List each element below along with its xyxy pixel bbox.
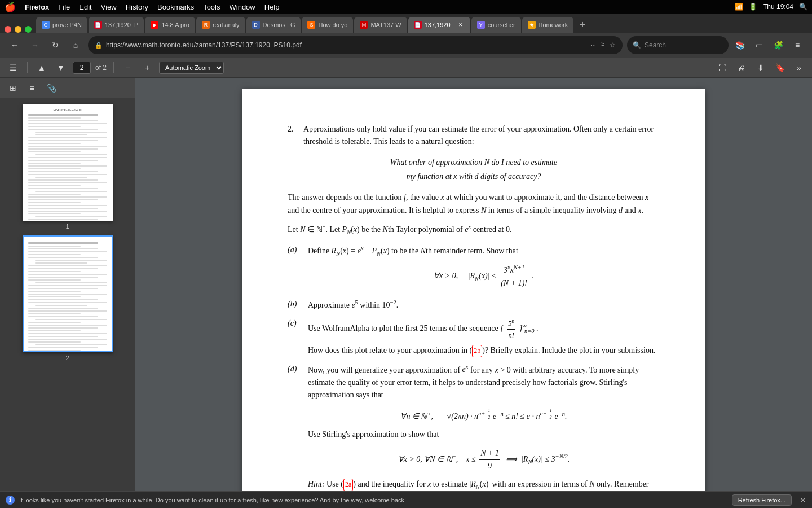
tab-8-active[interactable]: 📄 137,1920_ ✕ <box>408 17 470 33</box>
pdf-page: 2. Approximations only hold value if you… <box>242 89 705 491</box>
thumbnail-label-1: 1 <box>65 223 69 230</box>
menu-icon[interactable]: ≡ <box>789 37 805 53</box>
refresh-firefox-button[interactable]: Refresh Firefox... <box>732 494 792 506</box>
ellipsis-icon[interactable]: ··· <box>590 41 596 49</box>
tab-10[interactable]: ★ Homework <box>522 17 574 33</box>
menu-bookmarks[interactable]: Bookmarks <box>157 3 194 11</box>
tab-favicon-6: S <box>307 21 315 29</box>
back-button[interactable]: ← <box>7 37 23 53</box>
menu-help[interactable]: Help <box>264 3 280 11</box>
part-b-content: Approximate e5 within 10−2. <box>308 298 660 312</box>
ref-2a: 2a <box>343 479 353 491</box>
tab-label-4: real analy <box>213 21 240 28</box>
nav-right-icons: 🔍 Search 📚 ▭ 🧩 ≡ <box>627 36 805 54</box>
tab-label-9: courseher <box>488 21 515 28</box>
thumbnail-image-1: MAT137 Problem Set 10 <box>23 104 113 221</box>
menu-history[interactable]: History <box>126 3 148 11</box>
pdf-toolbar: ☰ ▲ ▼ of 2 − + Automatic Zoom 50% 75% 10… <box>0 58 812 78</box>
tab-favicon-10: ★ <box>528 21 536 29</box>
reload-button[interactable]: ↻ <box>47 37 63 53</box>
extensions-icon[interactable]: 🧩 <box>770 37 786 53</box>
part-d-content: Now, you will generalize your approximat… <box>308 363 660 491</box>
search-icon[interactable]: 🔍 <box>799 3 807 11</box>
forward-button[interactable]: → <box>27 37 43 53</box>
page-total: of 2 <box>95 64 107 72</box>
tab-bar: G prove P4N 📄 137,1920_P ▶ 14.8 A pro R … <box>0 14 812 33</box>
new-tab-button[interactable]: + <box>575 17 590 33</box>
more-tools-button[interactable]: » <box>792 60 806 75</box>
minimize-window-button[interactable] <box>15 26 21 33</box>
tab-label-6: How do yo <box>318 21 347 28</box>
fullscreen-button[interactable]: ⛶ <box>715 60 730 75</box>
tab-2[interactable]: 📄 137,1920_P <box>89 17 144 33</box>
print-button[interactable]: 🖨 <box>734 60 749 75</box>
tab-5[interactable]: D Desmos | G <box>246 17 301 33</box>
tab-favicon-7: M <box>360 21 368 29</box>
part-b-label: (b) <box>288 298 301 312</box>
menu-view[interactable]: View <box>101 3 117 11</box>
problem-2-section: 2. Approximations only hold value if you… <box>288 123 660 491</box>
problem-2-num: 2. <box>288 123 298 148</box>
maximize-window-button[interactable] <box>25 26 32 33</box>
part-c-content: Use WolframAlpha to plot the first 25 te… <box>308 317 660 357</box>
apple-menu[interactable]: 🍎 <box>5 2 16 12</box>
menu-edit[interactable]: Edit <box>79 3 91 11</box>
menu-window[interactable]: Window <box>230 3 255 11</box>
tab-favicon-5: D <box>252 21 260 29</box>
let-statement: Let N ∈ ℕ+. Let PN(x) be the Nth Taylor … <box>288 222 660 237</box>
tab-label-1: prove P4N <box>52 21 82 28</box>
close-window-button[interactable] <box>5 26 11 33</box>
tab-3[interactable]: ▶ 14.8 A pro <box>145 17 195 33</box>
search-box[interactable]: 🔍 Search <box>627 36 729 54</box>
part-b: (b) Approximate e5 within 10−2. <box>288 298 660 312</box>
part-a: (a) Define RN(x) = ex − PN(x) to be the … <box>288 244 660 292</box>
close-notification-button[interactable]: ✕ <box>800 496 806 505</box>
tab-9[interactable]: Y courseher <box>471 17 521 33</box>
thumbnail-page-2[interactable]: 2 <box>23 235 113 361</box>
tab-favicon-2: 📄 <box>94 21 102 29</box>
star-icon[interactable]: ☆ <box>610 41 616 49</box>
thumbnail-page-1[interactable]: MAT137 Problem Set 10 <box>23 104 113 230</box>
tab-6[interactable]: S How do yo <box>302 17 353 33</box>
zoom-in-button[interactable]: + <box>140 60 155 75</box>
library-icon[interactable]: 📚 <box>732 37 748 53</box>
toggle-sidebar-button[interactable]: ☰ <box>6 60 20 75</box>
download-button[interactable]: ⬇ <box>753 60 768 75</box>
tab-close-8[interactable]: ✕ <box>457 21 465 29</box>
url-bar[interactable]: 🔒 https://www.math.toronto.edu/zaman/137… <box>88 36 623 54</box>
sidebar-toggle-icon[interactable]: ▭ <box>751 37 767 53</box>
pdf-content-area[interactable]: 2. Approximations only hold value if you… <box>135 78 812 491</box>
tab-label-5: Desmos | G <box>263 21 295 28</box>
next-page-button[interactable]: ▼ <box>54 60 68 75</box>
tab-1[interactable]: G prove P4N <box>36 17 87 33</box>
part-c: (c) Use WolframAlpha to plot the first 2… <box>288 317 660 357</box>
part-d-label: (d) <box>288 363 301 491</box>
stirling-formula: ∀n ∈ ℕ+, √(2πn) · nn+12e−n ≤ n! ≤ e · nn… <box>308 408 660 423</box>
thumbnail-label-2: 2 <box>65 354 69 361</box>
home-button[interactable]: ⌂ <box>68 37 83 53</box>
clock: Thu 19:04 <box>763 3 793 11</box>
notification-icon: ℹ <box>6 496 15 505</box>
thumbnail-image-2 <box>23 235 113 352</box>
zoom-out-button[interactable]: − <box>121 60 135 75</box>
menu-firefox[interactable]: Firefox <box>25 3 49 11</box>
tab-favicon-8: 📄 <box>414 21 422 29</box>
thumbnails-view-button[interactable]: ⊞ <box>6 81 20 95</box>
tab-4[interactable]: R real analy <box>196 17 245 33</box>
zoom-select[interactable]: Automatic Zoom 50% 75% 100% 125% 150% 20… <box>159 62 224 74</box>
notification-text: It looks like you haven't started Firefo… <box>19 497 406 503</box>
tab-label-2: 137,1920_P <box>105 21 138 28</box>
formula-a: ∀x > 0, |RN(x)| ≤ 3xxN+1 (N + 1)! . <box>308 263 660 290</box>
page-number-input[interactable] <box>73 62 91 74</box>
menu-file[interactable]: File <box>58 3 70 11</box>
tab-7[interactable]: M MAT137 W <box>354 17 407 33</box>
prev-page-button[interactable]: ▲ <box>34 60 49 75</box>
url-display: https://www.math.toronto.edu/zaman/137/P… <box>106 41 587 49</box>
bookmark-icon[interactable]: 🏳 <box>599 41 606 49</box>
menu-tools[interactable]: Tools <box>203 3 220 11</box>
bookmark-pdf-button[interactable]: 🔖 <box>773 60 787 75</box>
list-view-button[interactable]: ≡ <box>25 81 39 95</box>
attachments-button[interactable]: 📎 <box>44 81 59 95</box>
search-placeholder: Search <box>645 41 666 49</box>
tab-label-3: 14.8 A pro <box>161 21 189 28</box>
